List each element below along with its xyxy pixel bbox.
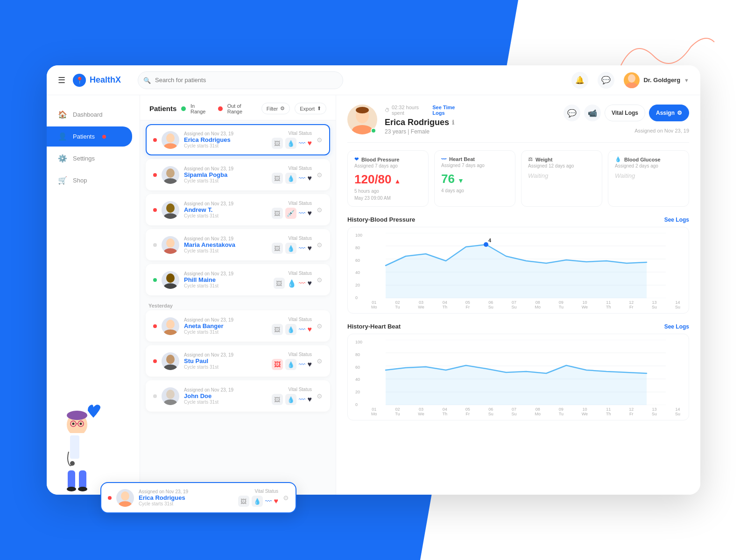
- sidebar-label-dashboard: Dashboard: [73, 111, 103, 118]
- vital-icon-heart-2: ♥: [308, 174, 312, 182]
- svg-point-34: [352, 125, 373, 134]
- vital-logs-button[interactable]: Vital Logs: [605, 105, 645, 121]
- patient-info-8: Assigned on Nov 23, 19 John Doe Cycle st…: [184, 387, 267, 405]
- svg-point-32: [164, 399, 177, 405]
- assign-icon: ⚙: [677, 110, 682, 116]
- vital-glucose-header: 💧 Blood Glucose: [615, 156, 682, 162]
- patient-assign-7: Assigned on Nov 23, 19: [184, 352, 267, 357]
- bp-chart-see-logs[interactable]: See Logs: [664, 217, 689, 223]
- user-menu[interactable]: Dr. Goldgerg ▼: [624, 72, 689, 88]
- patients-badge: [102, 135, 106, 139]
- patient-card-8[interactable]: Assigned on Nov 23, 19 John Doe Cycle st…: [146, 380, 330, 412]
- notification-button[interactable]: 🔔: [571, 72, 588, 89]
- patient-card-7[interactable]: Assigned on Nov 23, 19 Stu Paul Cycle st…: [146, 345, 330, 377]
- svg-point-18: [164, 143, 177, 149]
- patient-card-2[interactable]: Assigned on Nov 23, 19 Sipamla Pogba Cyc…: [146, 159, 330, 190]
- assign-button[interactable]: Assign ⚙: [649, 105, 689, 121]
- search-input[interactable]: [138, 71, 343, 89]
- floating-settings-icon[interactable]: ⚙: [283, 494, 289, 502]
- patient-assign-2: Assigned on Nov 23, 19: [184, 166, 267, 171]
- svg-point-51: [119, 501, 132, 507]
- patient-vitals-5: Vital Status 🖼 💧 〰 ♥: [274, 271, 312, 289]
- sidebar-item-shop[interactable]: 🛒 Shop: [47, 170, 140, 190]
- patient-cycle-7: Cycle starts 31st: [184, 364, 267, 370]
- patient-settings-7[interactable]: ⚙: [317, 357, 323, 365]
- vital-status-label-8: Vital Status: [272, 387, 312, 392]
- vital-weight-title: Weight: [536, 157, 552, 162]
- sidebar-item-dashboard[interactable]: 🏠 Dashboard: [47, 105, 140, 125]
- assign-btn-label: Assign: [656, 110, 675, 116]
- sidebar: 🏠 Dashboard 👤 Patients ⚙️ Settings 🛒 Sho…: [47, 95, 140, 495]
- patient-settings-6[interactable]: ⚙: [317, 322, 323, 330]
- vital-icon-wave-7: 〰: [299, 361, 305, 368]
- vital-icon-drop-8: 💧: [285, 394, 296, 405]
- patient-list-panel: Patients In Range Out of Range Filter ⚙ …: [140, 95, 336, 495]
- detail-assigned-date: Assigned on Nov 23, 19: [634, 128, 689, 133]
- message-button[interactable]: 💬: [598, 72, 614, 89]
- patient-cycle-5: Cycle starts 31st: [184, 283, 269, 288]
- patient-name-7: Stu Paul: [184, 357, 267, 364]
- patient-card-6[interactable]: Assigned on Nov 23, 19 Aneta Banger Cycl…: [146, 310, 330, 342]
- svg-point-21: [166, 203, 175, 213]
- floating-info: Assigned on Nov 23, 19 Erica Rodrigues C…: [139, 489, 233, 506]
- status-dot-4: [153, 243, 157, 247]
- info-icon: ℹ: [452, 119, 454, 126]
- avatar: [624, 72, 640, 88]
- hb-y-labels: 100 80 60 40 20 0: [355, 340, 366, 416]
- svg-point-27: [166, 320, 175, 329]
- hb-chart-see-logs[interactable]: See Logs: [664, 323, 689, 330]
- out-range-dot: [218, 106, 223, 111]
- patient-settings-8[interactable]: ⚙: [317, 392, 323, 400]
- vital-icon-wave-2: 〰: [299, 175, 305, 182]
- vital-bp-icon: ❤: [354, 156, 359, 162]
- svg-point-28: [164, 329, 177, 335]
- patient-cycle-2: Cycle starts 31st: [184, 178, 267, 183]
- patient-settings-4[interactable]: ⚙: [317, 241, 323, 249]
- svg-point-20: [164, 178, 177, 184]
- patient-avatar-4: [162, 236, 179, 254]
- vital-icon-photo-3: 🖼: [272, 208, 283, 219]
- patient-settings-1[interactable]: ⚙: [317, 136, 323, 144]
- patient-card-5[interactable]: Assigned on Nov 23, 19 Phill Maine Cycle…: [146, 264, 330, 295]
- patient-settings-5[interactable]: ⚙: [317, 276, 323, 284]
- vital-icon-photo-1: 🖼: [272, 138, 283, 149]
- patient-card-1[interactable]: Assigned on Nov 23, 19 Erica Rodrigues C…: [146, 124, 330, 155]
- vital-hb-value: 76: [441, 172, 455, 186]
- floating-card[interactable]: Assigned on Nov 23, 19 Erica Rodrigues C…: [100, 482, 296, 513]
- patient-cycle-3: Cycle starts 31st: [184, 213, 267, 218]
- patient-list-scroll[interactable]: Assigned on Nov 23, 19 Erica Rodrigues C…: [140, 120, 336, 495]
- patient-info-4: Assigned on Nov 23, 19 Maria Anestakova …: [184, 236, 267, 253]
- hamburger-icon[interactable]: ☰: [58, 75, 65, 85]
- svg-text:4: 4: [488, 238, 492, 243]
- in-range-dot: [181, 106, 186, 111]
- floating-status-dot: [108, 496, 112, 500]
- vital-glucose-icon: 💧: [615, 156, 621, 162]
- detail-header: ⏱ 02:32 hours spent See Time Logs Erica …: [347, 105, 689, 143]
- patient-avatar-8: [162, 387, 179, 405]
- svg-point-30: [164, 364, 177, 370]
- sidebar-item-patients[interactable]: 👤 Patients: [47, 126, 132, 147]
- vital-icon-heart-4: ♥: [308, 244, 312, 252]
- clock-icon: ⏱: [385, 107, 390, 113]
- main-card: ☰ 📍 HealthX 🔍 🔔 💬 Dr. Goldgerg ▼: [47, 65, 700, 495]
- patient-settings-3[interactable]: ⚙: [317, 206, 323, 214]
- chat-button[interactable]: 💬: [564, 105, 580, 121]
- patient-card-4[interactable]: Assigned on Nov 23, 19 Maria Anestakova …: [146, 229, 330, 260]
- video-button[interactable]: 📹: [584, 105, 601, 121]
- sidebar-label-settings: Settings: [73, 155, 95, 162]
- user-name: Dr. Goldgerg: [643, 77, 680, 84]
- sidebar-item-settings[interactable]: ⚙️ Settings: [47, 148, 140, 168]
- floating-vitals: Vital Status 🖼 💧 〰 ♥: [238, 489, 279, 507]
- patient-card-3[interactable]: Assigned on Nov 23, 19 Andrew T. Cycle s…: [146, 194, 330, 225]
- see-time-logs-link[interactable]: See Time Logs: [432, 105, 466, 116]
- filter-button[interactable]: Filter ⚙: [261, 103, 290, 114]
- export-button[interactable]: Export ⬆: [295, 103, 326, 114]
- patient-settings-2[interactable]: ⚙: [317, 171, 323, 179]
- vital-hb-meta: 4 days ago: [441, 188, 508, 193]
- vital-hb-icon: 〰: [441, 156, 446, 162]
- vital-weight-icon: ⚖: [528, 156, 533, 162]
- patient-info-6: Assigned on Nov 23, 19 Aneta Banger Cycl…: [184, 317, 267, 335]
- patient-name-4: Maria Anestakova: [184, 241, 267, 248]
- vital-icon-wave-5: 〰: [299, 280, 305, 287]
- in-range-label: In Range: [190, 103, 211, 114]
